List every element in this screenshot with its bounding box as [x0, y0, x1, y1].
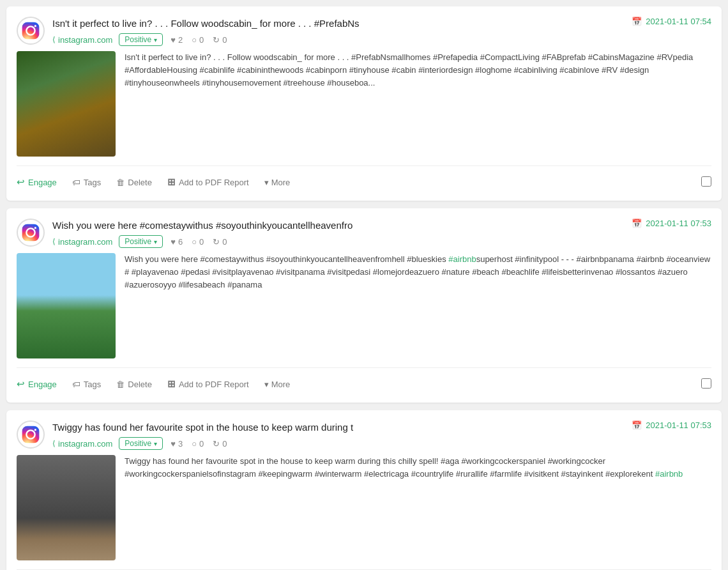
post-card-1: Isn't it perfect to live in? . . . Follo… — [6, 6, 722, 201]
post-card-2: Wish you were here #comestaywithus #soyo… — [6, 208, 722, 403]
source-link[interactable]: ⟨ instagram.com — [52, 35, 112, 45]
add-icon: ⊞ — [167, 176, 176, 188]
comments-count: 0 — [199, 237, 204, 247]
shares-stat: ↻ 0 — [213, 35, 227, 45]
post-date: 📅 2021-01-11 07:53 — [632, 219, 711, 228]
share-icon: ↻ — [213, 237, 220, 247]
shares-count: 0 — [222, 35, 227, 45]
post-checkbox[interactable] — [701, 378, 711, 389]
chevron-down-icon: ▾ — [264, 178, 269, 187]
more-label: More — [271, 380, 291, 389]
share-network-icon: ⟨ — [52, 237, 56, 246]
shares-stat: ↻ 0 — [213, 439, 227, 449]
post-actions: ↩ Engage 🏷 Tags 🗑 Delete ⊞ Add to PDF Re… — [17, 166, 711, 190]
tags-button[interactable]: 🏷 Tags — [72, 175, 110, 190]
add-to-pdf-button[interactable]: ⊞ Add to PDF Report — [167, 174, 258, 190]
delete-icon: 🗑 — [116, 178, 125, 187]
tags-icon: 🏷 — [72, 380, 80, 389]
post-meta: Isn't it perfect to live in? . . . Follo… — [52, 17, 632, 46]
chevron-down-icon: ▾ — [154, 238, 157, 245]
share-network-icon: ⟨ — [52, 35, 56, 44]
likes-stat: ♥ 6 — [171, 237, 183, 247]
post-title: Twiggy has found her favourite spot in t… — [52, 420, 632, 434]
chevron-down-icon: ▾ — [264, 380, 269, 389]
post-body: Wish you were here #comestaywithus #soyo… — [17, 253, 711, 358]
engage-icon: ↩ — [17, 176, 25, 188]
checkbox-area — [701, 378, 711, 390]
delete-label: Delete — [128, 178, 152, 187]
comment-icon: ○ — [192, 35, 197, 45]
more-button[interactable]: ▾ More — [264, 377, 300, 392]
shares-count: 0 — [222, 237, 227, 247]
post-date: 📅 2021-01-11 07:54 — [632, 17, 711, 26]
tags-label: Tags — [84, 380, 101, 389]
source-name: instagram.com — [58, 439, 112, 449]
post-text: Isn't it perfect to live in? . . . Follo… — [125, 51, 711, 157]
source-name: instagram.com — [58, 35, 112, 45]
sentiment-label: Positive — [125, 237, 151, 246]
tags-icon: 🏷 — [72, 178, 80, 187]
post-checkbox[interactable] — [701, 176, 711, 187]
post-header-left: Wish you were here #comestaywithus #soyo… — [17, 219, 632, 248]
post-source-row: ⟨ instagram.com Positive ▾ ♥ 2 — [52, 33, 632, 46]
svg-rect-0 — [22, 22, 40, 40]
chevron-down-icon: ▾ — [154, 36, 157, 43]
add-to-pdf-label: Add to PDF Report — [179, 380, 249, 389]
engage-button[interactable]: ↩ Engage — [17, 174, 66, 190]
date-text: 2021-01-11 07:54 — [646, 17, 711, 26]
sentiment-dropdown[interactable]: Positive ▾ — [119, 235, 163, 248]
sentiment-label: Positive — [125, 439, 151, 448]
svg-point-8 — [34, 429, 36, 431]
avatar — [17, 420, 45, 449]
delete-button[interactable]: 🗑 Delete — [116, 377, 161, 392]
engage-label: Engage — [28, 178, 57, 187]
avatar — [17, 17, 45, 45]
airbnb-link[interactable]: #airbnb — [448, 254, 476, 264]
add-to-pdf-label: Add to PDF Report — [179, 178, 249, 187]
avatar — [17, 219, 45, 247]
calendar-icon: 📅 — [632, 219, 642, 228]
likes-count: 2 — [178, 35, 183, 45]
post-date: 📅 2021-01-11 07:53 — [632, 420, 711, 430]
checkbox-area — [701, 176, 711, 189]
comments-stat: ○ 0 — [192, 35, 204, 45]
post-body: Twiggy has found her favourite spot in t… — [17, 455, 711, 560]
post-title: Isn't it perfect to live in? . . . Follo… — [52, 17, 632, 30]
airbnb-link[interactable]: #airbnb — [655, 469, 683, 479]
svg-rect-3 — [22, 224, 40, 242]
likes-stat: ♥ 2 — [171, 35, 183, 45]
delete-button[interactable]: 🗑 Delete — [116, 175, 161, 190]
sentiment-dropdown[interactable]: Positive ▾ — [119, 33, 163, 46]
post-header-left: Twiggy has found her favourite spot in t… — [17, 420, 632, 450]
comments-count: 0 — [199, 439, 204, 449]
comments-stat: ○ 0 — [192, 439, 204, 449]
stats-row: ♥ 2 ○ 0 ↻ 0 — [171, 35, 227, 45]
share-icon: ↻ — [213, 35, 220, 45]
post-title: Wish you were here #comestaywithus #soyo… — [52, 219, 632, 232]
post-card-3: Twiggy has found her favourite spot in t… — [6, 410, 722, 570]
likes-stat: ♥ 3 — [171, 439, 183, 449]
comments-stat: ○ 0 — [192, 237, 204, 247]
add-to-pdf-button[interactable]: ⊞ Add to PDF Report — [167, 376, 258, 392]
engage-icon: ↩ — [17, 378, 25, 390]
stats-row: ♥ 6 ○ 0 ↻ 0 — [171, 237, 227, 247]
engage-button[interactable]: ↩ Engage — [17, 376, 66, 392]
post-image — [17, 253, 116, 358]
date-text: 2021-01-11 07:53 — [646, 219, 711, 228]
post-image — [17, 455, 116, 560]
heart-icon: ♥ — [171, 439, 176, 449]
heart-icon: ♥ — [171, 35, 176, 45]
post-header: Isn't it perfect to live in? . . . Follo… — [17, 17, 711, 46]
more-button[interactable]: ▾ More — [264, 175, 300, 190]
post-text: Wish you were here #comestaywithus #soyo… — [125, 253, 711, 358]
source-link[interactable]: ⟨ instagram.com — [52, 237, 112, 247]
delete-label: Delete — [128, 380, 152, 389]
tags-button[interactable]: 🏷 Tags — [72, 377, 110, 392]
sentiment-dropdown[interactable]: Positive ▾ — [119, 437, 163, 450]
share-icon: ↻ — [213, 439, 220, 449]
svg-point-5 — [34, 227, 36, 229]
chevron-down-icon: ▾ — [154, 440, 157, 447]
source-link[interactable]: ⟨ instagram.com — [52, 439, 112, 449]
post-text: Twiggy has found her favourite spot in t… — [125, 455, 711, 560]
delete-icon: 🗑 — [116, 380, 125, 389]
